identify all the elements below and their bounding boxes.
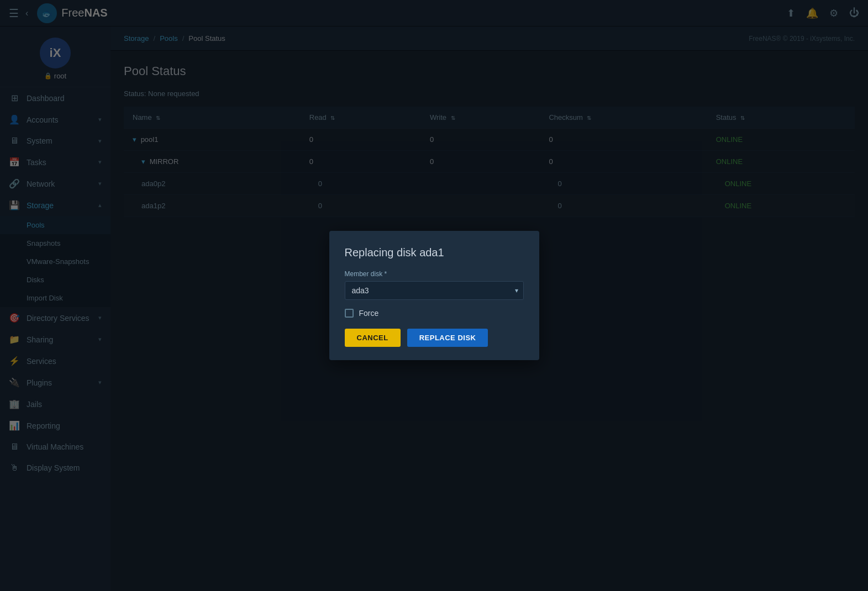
dialog-actions: CANCEL REPLACE DISK	[345, 329, 524, 347]
force-checkbox[interactable]	[345, 309, 354, 318]
member-disk-field: Member disk * ada3 ada4 ada5 ▾	[345, 270, 524, 300]
force-checkbox-row: Force	[345, 309, 524, 318]
member-disk-select[interactable]: ada3 ada4 ada5	[345, 281, 524, 300]
replace-disk-button[interactable]: REPLACE DISK	[407, 329, 488, 347]
force-label[interactable]: Force	[359, 309, 379, 318]
member-disk-select-wrapper: ada3 ada4 ada5 ▾	[345, 281, 524, 300]
replace-disk-dialog: Replacing disk ada1 Member disk * ada3 a…	[329, 231, 539, 360]
cancel-button[interactable]: CANCEL	[345, 329, 401, 347]
member-disk-label: Member disk *	[345, 270, 524, 278]
dialog-title: Replacing disk ada1	[345, 246, 524, 259]
dialog-overlay: Replacing disk ada1 Member disk * ada3 a…	[0, 0, 868, 591]
